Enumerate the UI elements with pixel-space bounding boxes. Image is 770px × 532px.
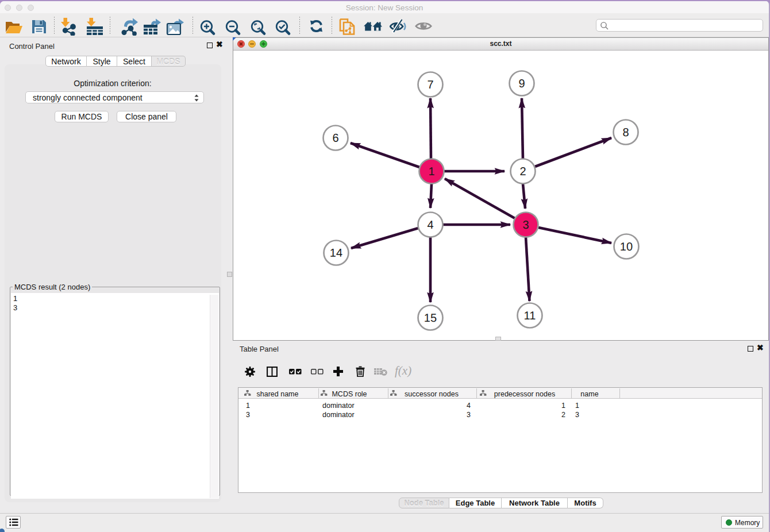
svg-text:11: 11 bbox=[524, 309, 536, 322]
svg-text:successor nodes: successor nodes bbox=[405, 390, 459, 398]
svg-text:6: 6 bbox=[332, 132, 338, 144]
svg-text:3: 3 bbox=[522, 218, 529, 231]
svg-text:9: 9 bbox=[519, 77, 525, 90]
svg-text:10: 10 bbox=[620, 240, 633, 253]
svg-text:MCDS role: MCDS role bbox=[332, 390, 367, 398]
svg-text:shared name: shared name bbox=[257, 390, 299, 398]
svg-text:2: 2 bbox=[519, 165, 526, 178]
svg-text:7: 7 bbox=[428, 78, 434, 91]
svg-text:4: 4 bbox=[427, 218, 433, 231]
svg-text:name: name bbox=[580, 390, 598, 398]
svg-text:15: 15 bbox=[424, 311, 437, 324]
svg-text:14: 14 bbox=[330, 246, 342, 259]
svg-text:8: 8 bbox=[622, 126, 629, 138]
svg-text:predecessor nodes: predecessor nodes bbox=[494, 390, 555, 398]
svg-text:1: 1 bbox=[428, 165, 434, 178]
